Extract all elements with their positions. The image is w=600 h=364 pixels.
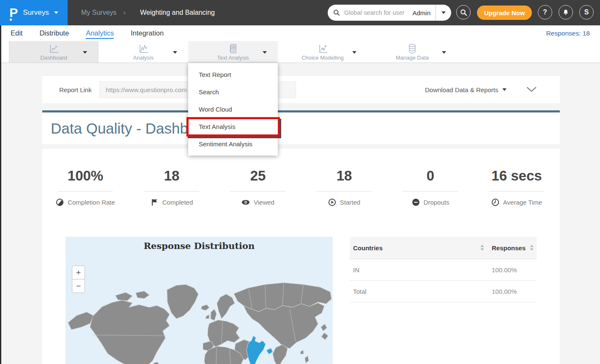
chevron-down-icon: [173, 51, 177, 54]
user-avatar[interactable]: S: [579, 5, 594, 19]
column-header-responses: Responses: [492, 237, 526, 259]
survey-nav-items: Edit Distribute Analytics Integration: [11, 25, 164, 41]
breadcrumb-survey-name: Weighting and Balancing: [140, 9, 215, 16]
report-link-label: Report Link: [59, 76, 92, 103]
zoom-in-button[interactable]: +: [72, 265, 85, 279]
table-row: Total 100.00%: [350, 281, 537, 302]
menu-item-text-analysis[interactable]: Text Analysis: [188, 118, 278, 135]
left-edge-strip: [0, 25, 1, 364]
menu-item-sentiment-analysis[interactable]: Sentiment Analysis: [188, 135, 278, 153]
help-button[interactable]: ?: [538, 5, 552, 19]
dashboard-stats-card: 100% Completion Rate 18: [42, 149, 560, 364]
bell-icon: [562, 8, 570, 16]
table-row: IN 100.00%: [350, 259, 537, 281]
report-link-card: Report Link Download Data & Reports: [42, 76, 560, 103]
sort-icon[interactable]: [529, 245, 534, 251]
play-circle-icon: [328, 198, 336, 206]
tab-dashboard[interactable]: Dashboard: [9, 41, 99, 63]
stat-started: 18 Started: [301, 168, 387, 206]
questionpro-app: P Surveys My Surveys › Weighting and Bal…: [0, 0, 600, 364]
tab-label: Text Analysis: [217, 55, 249, 61]
chevron-down-icon: [502, 88, 507, 91]
nav-tab-distribute[interactable]: Distribute: [39, 29, 69, 37]
tab-manage-data[interactable]: Manage Data: [367, 41, 457, 63]
chevron-down-icon: [441, 11, 446, 14]
stats-row: 100% Completion Rate 18: [42, 168, 560, 206]
download-data-reports-dropdown[interactable]: Download Data & Reports: [425, 76, 507, 103]
world-map: [66, 237, 333, 364]
tab-label: Analysis: [133, 55, 153, 61]
chevron-down-icon: [352, 51, 356, 54]
map-zoom-controls: + −: [72, 265, 85, 293]
country-responses: 100.00%: [492, 281, 517, 302]
tab-label: Manage Data: [396, 55, 429, 61]
search-icon: [333, 9, 340, 16]
search-scope-selector[interactable]: Admin: [411, 9, 436, 16]
sort-icon[interactable]: [480, 245, 485, 251]
nav-tab-edit[interactable]: Edit: [11, 29, 22, 37]
top-header: P Surveys My Surveys › Weighting and Bal…: [0, 0, 600, 25]
scatter-chart-icon: [317, 43, 328, 54]
eye-icon: [241, 198, 250, 206]
tab-text-analysis[interactable]: Text Analysis: [188, 41, 278, 63]
report-doc-icon: [227, 43, 238, 54]
stat-dropouts: 0 Dropouts: [387, 168, 474, 206]
zoom-out-button[interactable]: −: [72, 279, 85, 293]
line-chart-icon: [48, 43, 59, 54]
completion-rate-icon: [56, 198, 64, 206]
countries-table-header: Countries Responses: [350, 237, 537, 259]
question-mark-icon: ?: [543, 8, 547, 16]
search-scope-dropdown-button[interactable]: [436, 5, 451, 21]
minus-circle-icon: [412, 198, 420, 206]
global-search-input[interactable]: [343, 9, 411, 16]
trend-chart-icon: [138, 43, 149, 54]
chevron-down-icon: [263, 51, 267, 54]
breadcrumb: My Surveys › Weighting and Balancing: [81, 0, 215, 25]
nav-tab-integration[interactable]: Integration: [131, 29, 164, 37]
tab-label: Dashboard: [40, 55, 67, 61]
tab-label: Choice Modelling: [301, 55, 344, 61]
search-icon: [460, 9, 467, 16]
upgrade-now-button[interactable]: Upgrade Now: [477, 5, 532, 20]
page-title-card: Data Quality - Dashboard: [42, 110, 560, 144]
map-title: Response Distribution: [66, 241, 333, 251]
questionpro-logo-icon: P: [9, 6, 18, 19]
surveys-menu-button[interactable]: P Surveys: [0, 0, 68, 25]
text-analysis-dropdown-menu: Text Report Search Word Cloud Text Analy…: [188, 63, 278, 156]
menu-item-search[interactable]: Search: [188, 83, 278, 101]
logo-dot: [10, 19, 12, 21]
chevron-down-icon: [442, 51, 446, 54]
notifications-button[interactable]: [559, 5, 573, 19]
responses-count: Responses: 18: [546, 25, 590, 41]
stat-completed: 18 Completed: [129, 168, 215, 206]
stat-average-time: 16 secs Average Time: [474, 168, 560, 206]
flag-icon: [151, 198, 159, 206]
nav-tab-analytics[interactable]: Analytics: [86, 29, 114, 37]
analytics-tab-bar: Dashboard Analysis Text A: [0, 41, 600, 63]
survey-nav-bar: Edit Distribute Analytics Integration Re…: [0, 25, 600, 41]
stat-completion-rate: 100% Completion Rate: [42, 168, 129, 206]
menu-item-word-cloud[interactable]: Word Cloud: [188, 101, 278, 118]
column-header-countries: Countries: [353, 237, 383, 259]
product-label: Surveys: [23, 8, 49, 17]
clock-icon: [491, 198, 499, 206]
database-icon: [407, 43, 418, 54]
avatar-initial: S: [584, 8, 589, 16]
collapse-chevron-icon[interactable]: [526, 87, 537, 92]
menu-item-text-report[interactable]: Text Report: [188, 66, 278, 83]
response-distribution-map[interactable]: Response Distribution + −: [66, 237, 333, 364]
map-landmasses: [68, 283, 332, 364]
country-code: Total: [353, 281, 367, 302]
breadcrumb-my-surveys[interactable]: My Surveys: [81, 9, 117, 16]
map-country-india-highlight: [247, 336, 273, 364]
search-button[interactable]: [456, 5, 471, 19]
breadcrumb-separator-icon: ›: [123, 8, 126, 17]
chevron-down-icon: [54, 11, 58, 14]
global-search-box: Admin: [328, 5, 451, 21]
chevron-down-icon: [83, 51, 87, 54]
tab-analysis[interactable]: Analysis: [99, 41, 188, 63]
country-responses: 100.00%: [492, 259, 517, 280]
country-code: IN: [353, 259, 359, 280]
tab-choice-modelling[interactable]: Choice Modelling: [278, 41, 367, 63]
stat-viewed: 25 Viewed: [215, 168, 301, 206]
